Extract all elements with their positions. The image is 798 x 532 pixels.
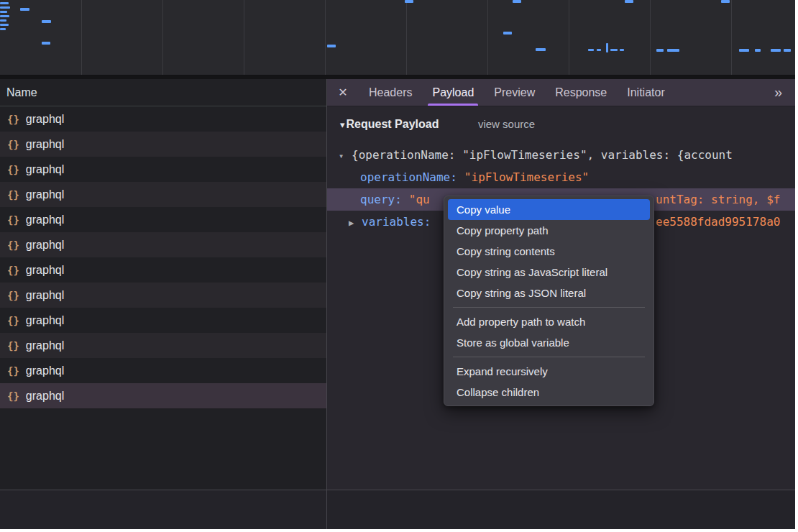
timeline-bar — [739, 49, 749, 52]
timeline-bar — [42, 20, 51, 23]
expand-caret-icon[interactable]: ▶ — [349, 212, 362, 233]
overview-gridline — [487, 0, 488, 75]
panel-divider — [326, 79, 327, 529]
request-row[interactable]: {}graphql — [0, 232, 326, 257]
request-name: graphql — [26, 289, 64, 302]
json-braces-icon: {} — [7, 114, 19, 125]
request-row[interactable]: {}graphql — [0, 283, 326, 308]
timeline-bar — [721, 0, 730, 3]
overview-gridline — [162, 0, 163, 75]
tab-initiator[interactable]: Initiator — [617, 79, 674, 106]
menu-item-collapse-children[interactable]: Collapse children — [448, 382, 650, 403]
request-name: graphql — [26, 239, 64, 252]
timeline-bar — [0, 24, 9, 26]
request-row[interactable]: {}graphql — [0, 333, 326, 358]
timeline-bar — [0, 2, 9, 4]
request-row[interactable]: {}graphql — [0, 182, 326, 207]
json-braces-icon: {} — [7, 265, 19, 276]
property-key: query: — [360, 193, 402, 206]
timeline-bar — [20, 8, 29, 11]
overview-gridline — [650, 0, 651, 75]
timeline-bar — [625, 0, 633, 3]
network-overview[interactable] — [0, 0, 795, 75]
timeline-bar — [755, 49, 761, 52]
request-name: graphql — [26, 188, 64, 201]
menu-item-copy-string-as-json-literal[interactable]: Copy string as JSON literal — [448, 283, 650, 303]
tab-response[interactable]: Response — [545, 79, 617, 106]
timeline-bar — [405, 0, 413, 3]
overview-gridline — [569, 0, 569, 75]
tree-row-root[interactable]: ▾{operationName: "ipFlowTimeseries", var… — [327, 144, 795, 166]
menu-item-copy-property-path[interactable]: Copy property path — [448, 220, 650, 241]
view-source-link[interactable]: view source — [478, 118, 535, 130]
tab-preview[interactable]: Preview — [484, 79, 545, 106]
close-icon[interactable]: ✕ — [327, 79, 359, 106]
tabs-container: HeadersPayloadPreviewResponseInitiator — [359, 79, 675, 106]
property-value-right: ee5588fdad995178a0 — [656, 211, 780, 233]
request-row[interactable]: {}graphql — [0, 383, 326, 408]
overview-gridline — [81, 0, 82, 75]
json-braces-icon: {} — [7, 365, 19, 377]
timeline-bar — [667, 49, 679, 52]
menu-item-copy-string-contents[interactable]: Copy string contents — [448, 241, 650, 262]
tab-headers[interactable]: Headers — [359, 79, 422, 106]
request-row[interactable]: {}graphql — [0, 132, 326, 157]
request-row[interactable]: {}graphql — [0, 257, 326, 283]
tree-row-operation-name[interactable]: operationName:"ipFlowTimeseries" — [327, 166, 795, 188]
request-row[interactable]: {}graphql — [0, 106, 326, 132]
tab-payload[interactable]: Payload — [422, 79, 484, 106]
json-braces-icon: {} — [7, 214, 19, 226]
more-tabs-icon[interactable]: » — [761, 79, 795, 106]
menu-separator — [453, 307, 645, 308]
property-value-right: untTag: string, $f — [656, 188, 780, 211]
overview-gridline — [325, 0, 326, 75]
menu-item-copy-value[interactable]: Copy value — [448, 199, 650, 220]
property-value: "ipFlowTimeseries" — [464, 170, 589, 184]
property-key: variables: — [362, 215, 431, 229]
request-name: graphql — [26, 364, 64, 377]
property-key: operationName: — [360, 170, 457, 184]
timeline-bar — [771, 49, 781, 52]
timeline-bar — [784, 49, 791, 52]
property-value-left: "qu — [409, 193, 430, 206]
timeline-bar — [597, 49, 601, 51]
timeline-bar — [620, 49, 624, 51]
menu-item-store-as-global-variable[interactable]: Store as global variable — [448, 332, 650, 353]
json-braces-icon: {} — [7, 390, 19, 402]
request-list: {}graphql{}graphql{}graphql{}graphql{}gr… — [0, 106, 326, 408]
overview-gridline — [244, 0, 244, 75]
request-payload-section-header: ▾Request Payload view source — [340, 115, 535, 134]
request-row[interactable]: {}graphql — [0, 207, 326, 232]
request-name: graphql — [26, 113, 64, 126]
timeline-bar — [606, 43, 608, 52]
request-row[interactable]: {}graphql — [0, 358, 326, 383]
json-braces-icon: {} — [7, 315, 19, 326]
menu-item-add-property-path-to-watch[interactable]: Add property path to watch — [448, 311, 650, 332]
request-name: graphql — [26, 138, 64, 151]
json-braces-icon: {} — [7, 340, 19, 352]
timeline-bar — [656, 49, 664, 52]
name-column-header[interactable]: Name — [0, 79, 326, 106]
timeline-bar — [0, 11, 7, 13]
json-braces-icon: {} — [7, 139, 19, 150]
json-braces-icon: {} — [7, 239, 19, 251]
overview-gridline — [406, 0, 407, 75]
request-row[interactable]: {}graphql — [0, 308, 326, 333]
timeline-bar — [42, 42, 50, 45]
timeline-bar — [536, 48, 546, 51]
requests-panel: Name {}graphql{}graphql{}graphql{}graphq… — [0, 79, 326, 490]
timeline-bar — [610, 49, 618, 51]
expand-caret-icon[interactable]: ▾ — [339, 145, 352, 166]
request-row[interactable]: {}graphql — [0, 157, 326, 182]
menu-item-copy-string-as-javascript-literal[interactable]: Copy string as JavaScript literal — [448, 262, 650, 283]
menu-item-expand-recursively[interactable]: Expand recursively — [448, 361, 650, 382]
request-name: graphql — [26, 390, 64, 403]
collapse-caret-icon[interactable]: ▾ — [340, 119, 345, 130]
menu-separator — [453, 357, 645, 357]
footer-bar — [0, 490, 795, 529]
timeline-bar — [327, 45, 336, 47]
request-name: graphql — [26, 214, 64, 226]
request-name: graphql — [26, 339, 64, 352]
overview-gridline — [731, 0, 732, 75]
timeline-bar — [0, 15, 9, 17]
